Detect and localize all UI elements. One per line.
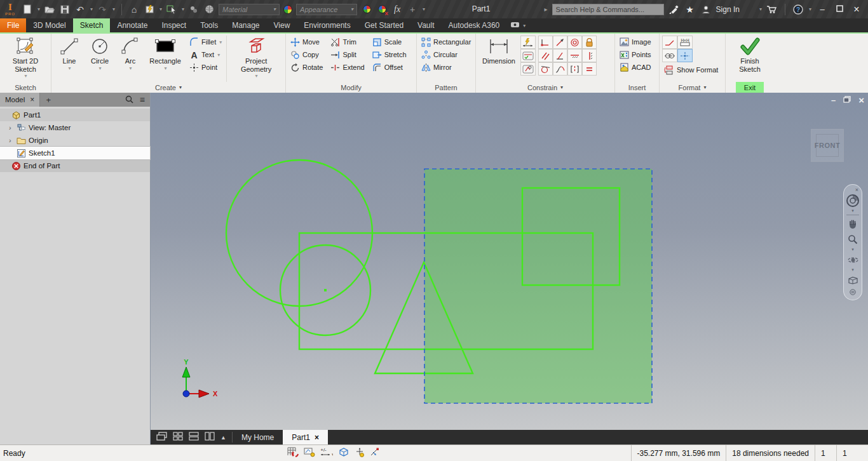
orbit-tool-icon[interactable]: [844, 252, 862, 267]
window-minimize-button[interactable]: –: [816, 4, 829, 14]
rectangle-button[interactable]: Rectangle▾: [146, 36, 185, 71]
auto-dimension-button[interactable]: [520, 36, 536, 49]
window-maximize-button[interactable]: [833, 4, 846, 14]
line-button[interactable]: Line▾: [54, 36, 85, 71]
close-icon[interactable]: ×: [315, 433, 319, 442]
add-quick-access-button[interactable]: +: [407, 3, 418, 16]
move-button[interactable]: Move: [288, 36, 325, 48]
copy-button[interactable]: Copy: [288, 48, 325, 61]
constraint-collinear-button[interactable]: [553, 36, 567, 49]
customize-toolbar-chevron-icon[interactable]: ▾: [423, 6, 425, 12]
panel-title-format[interactable]: Format▾: [660, 82, 725, 93]
arc-button[interactable]: Arc▾: [115, 36, 146, 71]
sketch-canvas-svg[interactable]: Y X: [151, 93, 868, 430]
window-close-button[interactable]: ×: [850, 4, 863, 15]
fillet-button[interactable]: Fillet▾: [187, 36, 224, 48]
home-button[interactable]: ⌂: [128, 3, 140, 16]
offset-button[interactable]: Offset: [370, 61, 409, 74]
doc-minimize-button[interactable]: –: [831, 95, 836, 105]
construction-format-button[interactable]: [662, 36, 677, 49]
help-button[interactable]: ?: [792, 3, 804, 16]
dynamic-input-button[interactable]: [304, 447, 315, 459]
tree-item-end-of-part[interactable]: › End of Part: [0, 159, 150, 172]
tile-horizontal-icon[interactable]: [189, 432, 199, 443]
stretch-button[interactable]: Stretch: [370, 48, 409, 61]
constraint-vertical-button[interactable]: [582, 49, 597, 62]
cascade-windows-icon[interactable]: [156, 432, 167, 443]
relax-mode-button[interactable]: [370, 447, 380, 459]
sign-in-person-icon[interactable]: [700, 3, 712, 16]
rotate-button[interactable]: Rotate: [288, 61, 325, 74]
constraint-equal-button[interactable]: [582, 62, 597, 76]
tree-item-part[interactable]: › Part1: [0, 109, 150, 121]
chevron-down-icon[interactable]: ▾: [37, 6, 40, 12]
adjust-appearance-button[interactable]: [361, 3, 372, 16]
browser-tab-model[interactable]: Model ×: [0, 93, 40, 107]
search-input[interactable]: [552, 4, 664, 15]
circle-button[interactable]: Circle▾: [85, 36, 115, 71]
navigation-wheel-icon[interactable]: [844, 193, 862, 208]
constraint-lock-button[interactable]: [582, 36, 597, 49]
tab-sketch[interactable]: Sketch: [73, 18, 111, 32]
view-face-button[interactable]: [338, 447, 349, 459]
tab-tools[interactable]: Tools: [193, 18, 225, 32]
show-format-button[interactable]: Show Format: [662, 63, 720, 76]
tree-item-origin[interactable]: › Origin: [0, 134, 150, 147]
constraint-symmetric-button[interactable]: [567, 62, 582, 76]
start-2d-sketch-button[interactable]: Start 2D Sketch ▾: [4, 36, 46, 79]
constraint-tangent-button[interactable]: [538, 62, 553, 76]
viewcube-front-face[interactable]: FRONT: [815, 142, 840, 149]
navbar-customize-icon[interactable]: [844, 288, 862, 297]
constraint-horizontal-button[interactable]: [567, 49, 582, 62]
appearance-dropdown[interactable]: Appearance▾: [296, 4, 357, 15]
chevron-down-icon[interactable]: ▾: [851, 267, 854, 272]
center-point-format-button[interactable]: [677, 49, 693, 62]
tab-inspect[interactable]: Inspect: [154, 18, 193, 32]
rectangular-pattern-button[interactable]: Rectangular: [419, 36, 473, 48]
text-button[interactable]: A Text▾: [187, 48, 224, 61]
trim-button[interactable]: Trim: [329, 36, 366, 48]
tree-item-view-master[interactable]: › View: Master: [0, 121, 150, 134]
tree-expand-icon[interactable]: ›: [9, 124, 14, 131]
tab-annotate[interactable]: Annotate: [110, 18, 154, 32]
doc-restore-button[interactable]: [843, 95, 851, 105]
chevron-down-icon[interactable]: ▾: [851, 247, 854, 252]
redo-button[interactable]: ↷: [97, 3, 108, 16]
insert-image-button[interactable]: Image: [618, 36, 653, 48]
project-geometry-button[interactable]: Project Geometry▾: [229, 36, 283, 79]
doc-close-button[interactable]: ×: [858, 95, 864, 105]
select-tool-button[interactable]: [166, 3, 177, 16]
tab-manage[interactable]: Manage: [225, 18, 266, 32]
tab-get-started[interactable]: Get Started: [358, 18, 410, 32]
look-at-tool-icon[interactable]: [844, 272, 862, 288]
chevron-down-icon[interactable]: ▾: [809, 6, 811, 12]
pan-tool-icon[interactable]: [844, 217, 862, 232]
tree-expand-icon[interactable]: ›: [9, 137, 14, 144]
circular-pattern-button[interactable]: Circular: [419, 48, 473, 61]
chevron-down-icon[interactable]: ▾: [112, 6, 115, 12]
zoom-tool-icon[interactable]: [844, 232, 862, 247]
constraint-concentric-button[interactable]: [567, 36, 582, 49]
panel-title-constrain[interactable]: Constrain▾: [476, 82, 614, 93]
parameters-fx-button[interactable]: fx: [391, 3, 403, 16]
insert-acad-button[interactable]: ACAD: [618, 61, 653, 74]
constraint-smooth-button[interactable]: [553, 62, 567, 76]
tab-vault[interactable]: Vault: [410, 18, 441, 32]
material-dropdown[interactable]: Material▾: [219, 4, 280, 15]
show-constraints-button[interactable]: [520, 62, 536, 76]
driven-dimension-button[interactable]: H×H: [677, 36, 693, 49]
add-browser-tab-button[interactable]: +: [40, 93, 57, 107]
tree-item-sketch1[interactable]: › Sketch1: [0, 147, 150, 159]
browser-menu-icon[interactable]: ≡: [140, 95, 145, 105]
tab-view[interactable]: View: [267, 18, 297, 32]
favorites-star-icon[interactable]: ★: [684, 3, 696, 16]
doc-tab-my-home[interactable]: My Home: [233, 430, 283, 444]
chevron-right-icon[interactable]: ▸: [545, 6, 548, 13]
undo-button[interactable]: ↶: [74, 3, 86, 16]
open-file-button[interactable]: [44, 3, 55, 16]
chevron-down-icon[interactable]: ▾: [851, 208, 854, 213]
chevron-down-icon[interactable]: ▾: [159, 6, 162, 12]
dimension-input-button[interactable]: +/-▾: [320, 447, 333, 459]
communication-center-icon[interactable]: [668, 3, 680, 16]
tab-environments[interactable]: Environments: [297, 18, 357, 32]
